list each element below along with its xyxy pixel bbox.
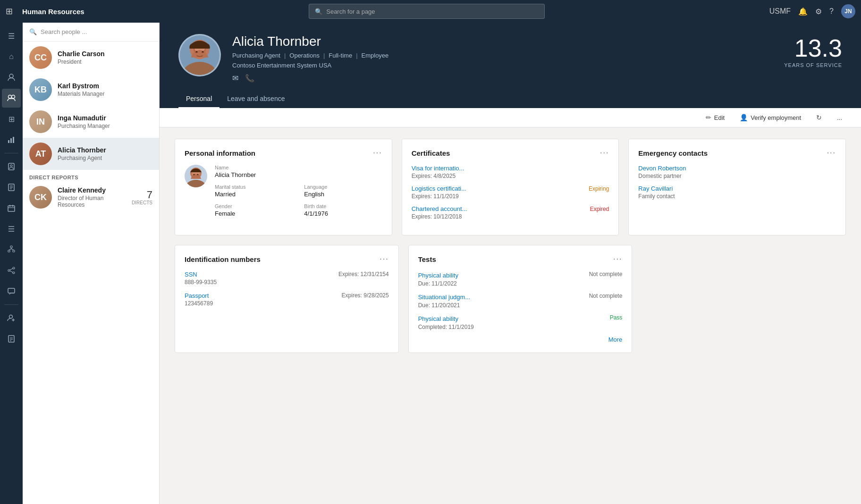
nav-chat[interactable]	[2, 282, 21, 301]
nav-report[interactable]	[2, 329, 21, 348]
nav-person-add[interactable]	[2, 309, 21, 328]
nav-home[interactable]: ⌂	[2, 47, 21, 66]
phone-icon[interactable]: 📞	[245, 74, 254, 83]
tests-menu[interactable]: ···	[613, 255, 622, 263]
gender-label: Gender	[215, 203, 293, 209]
people-list: CC Charlie Carson President KB Karl Byst…	[23, 42, 159, 504]
nav-grid[interactable]: ⊞	[2, 109, 21, 128]
tab-personal[interactable]: Personal	[178, 90, 219, 109]
identification-menu[interactable]: ···	[380, 255, 388, 263]
test-status: Not complete	[589, 293, 623, 299]
settings-icon[interactable]: ⚙	[815, 7, 822, 16]
nav-chart[interactable]	[2, 130, 21, 149]
more-button[interactable]: ...	[833, 112, 846, 123]
svg-line-28	[10, 269, 13, 270]
empty-card-slot	[642, 245, 846, 353]
cert-name[interactable]: Visa for internatio...	[412, 165, 464, 172]
edit-icon: ✏	[706, 114, 711, 121]
nav-hamburger[interactable]: ☰	[2, 26, 21, 45]
fields-row-2: Gender Female Birth date 4/1/1976	[215, 203, 382, 223]
nav-org[interactable]	[2, 240, 21, 259]
content-area: Alicia Thornber Purchasing Agent | Opera…	[160, 23, 861, 504]
svg-point-2	[12, 95, 15, 99]
profile-employee-type: Employee	[362, 52, 389, 59]
cert-name[interactable]: Chartered account...	[412, 205, 467, 212]
tests-title: Tests	[418, 255, 436, 263]
test-name[interactable]: Situational judgm...	[418, 294, 471, 301]
main-layout: ☰ ⌂ ⊞	[0, 23, 861, 504]
nav-docs[interactable]	[2, 178, 21, 197]
user-avatar[interactable]: JN	[841, 4, 855, 18]
fields-row-1: Marital status Married Language English	[215, 184, 382, 203]
person-item-alicia[interactable]: AT Alicia Thornber Purchasing Agent	[23, 138, 159, 170]
nav-person[interactable]	[2, 68, 21, 87]
id-item: Passport Expires: 9/28/2025 123456789	[185, 292, 389, 307]
test-item: Physical ability Completed: 11/1/2019 Pa…	[418, 314, 623, 330]
person-info-karl: Karl Bystrom Materials Manager	[58, 82, 104, 97]
cert-name[interactable]: Logistics certificati...	[412, 185, 466, 192]
grid-icon[interactable]: ⊞	[6, 6, 13, 17]
nav-divider-2	[4, 304, 18, 305]
id-name[interactable]: SSN	[185, 271, 197, 278]
sep1: |	[284, 52, 286, 59]
edit-label: Edit	[714, 114, 725, 121]
nav-list[interactable]	[2, 219, 21, 238]
refresh-button[interactable]: ↻	[812, 112, 826, 123]
profile-employment-type: Full-time	[329, 52, 352, 59]
help-icon[interactable]: ?	[829, 7, 834, 16]
id-name[interactable]: Passport	[185, 292, 209, 299]
direct-avatar-claire: CK	[29, 186, 52, 209]
certificates-title: Certificates	[412, 149, 450, 157]
direct-report-claire[interactable]: CK Claire Kennedy Director of Human Reso…	[23, 182, 159, 212]
emergency-contacts-menu[interactable]: ···	[827, 149, 836, 157]
tests-more-link[interactable]: More	[418, 336, 623, 343]
personal-mini-photo	[185, 165, 207, 187]
sidebar-search-input[interactable]	[41, 28, 152, 35]
contact-name[interactable]: Ray Cavillari	[638, 185, 836, 192]
person-name-inga: Inga Numadutir	[58, 114, 110, 122]
profile-tabs: Personal Leave and absence	[178, 90, 842, 108]
test-name[interactable]: Physical ability	[418, 272, 458, 279]
id-expires: Expires: 12/31/2154	[338, 271, 389, 277]
profile-header: Alicia Thornber Purchasing Agent | Opera…	[160, 23, 861, 108]
more-label: ...	[837, 114, 842, 121]
notification-icon[interactable]: 🔔	[798, 7, 808, 16]
test-due: Completed: 11/1/2019	[418, 324, 474, 330]
test-name[interactable]: Physical ability	[418, 315, 458, 322]
person-avatar-inga: IN	[29, 110, 52, 133]
global-search[interactable]: 🔍	[309, 4, 545, 19]
gender-group: Gender Female	[215, 203, 293, 223]
person-title-karl: Materials Manager	[58, 91, 104, 97]
nav-tree[interactable]	[2, 261, 21, 280]
person-initials-charlie: CC	[29, 46, 52, 69]
person-info-inga: Inga Numadutir Purchasing Manager	[58, 114, 110, 129]
nav-group[interactable]	[2, 89, 21, 108]
edit-button[interactable]: ✏ Edit	[702, 112, 728, 123]
tests-list: Physical ability Due: 11/1/2022 Not comp…	[418, 271, 623, 330]
app-title: Human Resources	[22, 8, 84, 16]
top-navigation: ⊞ Human Resources 🔍 USMF 🔔 ⚙ ? JN	[0, 0, 861, 23]
nav-divider-1	[4, 153, 18, 153]
contact-name[interactable]: Devon Robertson	[638, 165, 836, 172]
profile-header-top: Alicia Thornber Purchasing Agent | Opera…	[178, 34, 842, 83]
person-title-charlie: President	[58, 59, 105, 65]
nav-badge[interactable]	[2, 157, 21, 176]
person-item-inga[interactable]: IN Inga Numadutir Purchasing Manager	[23, 106, 159, 138]
email-icon[interactable]: ✉	[232, 74, 238, 83]
personal-info-menu[interactable]: ···	[373, 149, 382, 157]
certificates-menu[interactable]: ···	[600, 149, 609, 157]
person-item-karl[interactable]: KB Karl Bystrom Materials Manager	[23, 74, 159, 106]
test-row: Physical ability Completed: 11/1/2019 Pa…	[418, 314, 623, 330]
global-search-input[interactable]	[326, 8, 539, 15]
person-name-charlie: Charlie Carson	[58, 50, 105, 58]
cert-status: Expired	[590, 206, 609, 212]
profile-details: Alicia Thornber Purchasing Agent | Opera…	[232, 34, 784, 83]
cert-expires: Expires: 10/12/2018	[412, 213, 609, 220]
nav-calendar[interactable]	[2, 199, 21, 218]
person-title-alicia: Purchasing Agent	[58, 155, 106, 161]
profile-job-title: Purchasing Agent	[232, 52, 280, 59]
tab-leave[interactable]: Leave and absence	[219, 90, 292, 109]
verify-employment-button[interactable]: 👤 Verify employment	[736, 112, 805, 123]
person-item-charlie[interactable]: CC Charlie Carson President	[23, 42, 159, 74]
svg-rect-30	[8, 288, 15, 293]
